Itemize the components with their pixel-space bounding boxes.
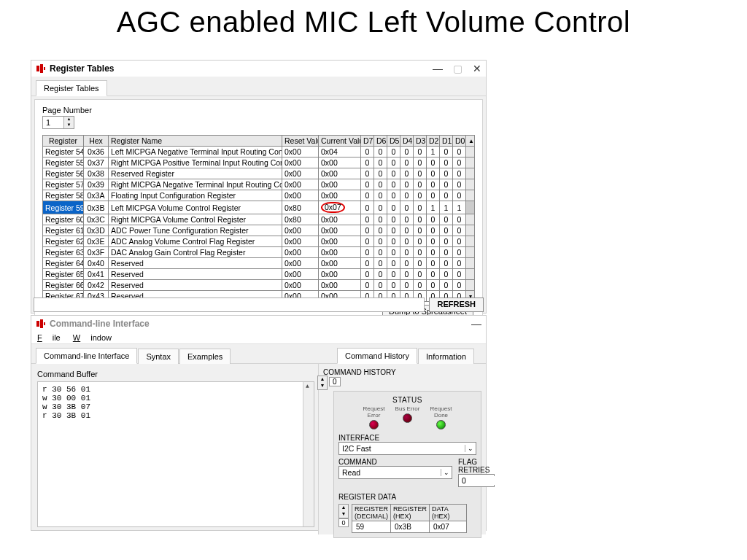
register-data-label: REGISTER DATA [338, 493, 476, 501]
led-request-done-label: Request Done [428, 405, 454, 419]
table-row[interactable]: Register 570x39Right MICPGA Negative Ter… [43, 179, 475, 190]
svg-rect-4 [40, 319, 43, 328]
table-row[interactable]: Register 620x3EADC Analog Volume Control… [43, 236, 475, 247]
table-row[interactable]: Register 650x41Reserved0x000x0000000000 [43, 269, 475, 280]
maximize-button[interactable]: ▢ [453, 63, 462, 74]
minimize-button[interactable]: — [433, 63, 443, 74]
table-row[interactable]: Register 600x3CRight MICPGA Volume Contr… [43, 214, 475, 225]
command-value[interactable] [339, 468, 441, 477]
table-row[interactable]: Register 640x40Reserved0x000x0000000000 [43, 258, 475, 269]
close-button[interactable]: ✕ [473, 63, 481, 74]
right-tabstrip: Command History Information [333, 344, 486, 364]
minimize-button[interactable]: — [471, 318, 481, 330]
command-buffer-label: Command Buffer [37, 370, 318, 378]
window-title: Register Tables [50, 63, 114, 74]
slide-title: AGC enabled MIC Left Volume Control [0, 6, 747, 39]
table-row[interactable]: Register 540x36Left MICPGA Negative Term… [43, 147, 475, 158]
table-row[interactable]: Register 550x37Right MICPGA Positive Ter… [43, 158, 475, 168]
command-buffer-textarea[interactable]: r 30 56 01 w 30 00 01 w 30 3B 07 r 30 3B… [37, 381, 314, 527]
led-bus-error [403, 413, 412, 423]
scroll-up-icon[interactable]: ▲ [466, 136, 475, 147]
refresh-bar: REFRESH [34, 298, 484, 312]
tab-information[interactable]: Information [418, 349, 474, 364]
table-row[interactable]: Register 560x38Reserved Register0x000x00… [43, 168, 475, 179]
table-row[interactable]: Register 590x3BLeft MICPGA Volume Contro… [43, 201, 475, 214]
refresh-input[interactable] [34, 298, 425, 312]
ti-logo-icon [36, 319, 46, 329]
register-data-table: REGISTER (DECIMAL) REGISTER (HEX) DATA (… [352, 504, 467, 533]
ti-logo-icon [36, 63, 46, 74]
menu-window[interactable]: Window [73, 333, 112, 342]
highlighted-value: 0x07 [321, 202, 345, 213]
panel-body: Page Number ▲▼ RegisterHex Register Name… [34, 99, 483, 323]
svg-rect-0 [36, 66, 39, 71]
menubar: File Window [31, 332, 486, 344]
scrollbar[interactable] [303, 382, 314, 526]
menu-file[interactable]: File [37, 333, 61, 342]
led-request-done [436, 420, 446, 429]
svg-rect-2 [44, 67, 45, 70]
chevron-down-icon: ⌄ [465, 445, 476, 452]
history-index-value[interactable]: 0 [329, 377, 341, 386]
table-header-row: RegisterHex Register Name Reset ValueCur… [43, 136, 475, 147]
chevron-down-icon: ⌄ [441, 469, 452, 476]
regdata-hex-input[interactable] [393, 522, 425, 532]
table-row[interactable]: Register 630x3FDAC Analog Gain Control F… [43, 247, 475, 258]
history-index-spinner[interactable]: ▲▼ [317, 376, 328, 390]
interface-value[interactable] [339, 444, 465, 453]
svg-rect-1 [40, 64, 43, 73]
table-row[interactable]: Register 580x3AFloating Input Configurat… [43, 190, 475, 201]
page-number-input[interactable] [43, 117, 63, 128]
titlebar: Register Tables — ▢ ✕ [31, 61, 486, 77]
led-bus-error-label: Bus Error [395, 405, 420, 412]
flag-retries-label: FLAG RETRIES [458, 458, 495, 474]
tab-cli[interactable]: Command-line Interface [36, 348, 137, 364]
table-row[interactable]: Register 660x42Reserved0x000x0000000000 [43, 280, 475, 291]
interface-label: INTERFACE [338, 434, 476, 442]
tab-command-history[interactable]: Command History [337, 348, 417, 364]
register-table[interactable]: RegisterHex Register Name Reset ValueCur… [42, 135, 475, 302]
command-history-label: COMMAND HISTORY [323, 368, 481, 376]
register-tables-window: Register Tables — ▢ ✕ Register Tables Pa… [31, 60, 487, 314]
svg-rect-5 [44, 322, 45, 325]
tabstrip: Register Tables [31, 77, 486, 96]
spinner-arrows[interactable]: ▲▼ [63, 117, 74, 128]
regdata-data-input[interactable] [432, 522, 464, 532]
regdata-index-value[interactable]: 0 [338, 518, 349, 527]
command-label: COMMAND [338, 458, 452, 466]
titlebar: Command-line Interface — [31, 316, 486, 332]
cli-window: Command-line Interface — File Window Com… [31, 315, 487, 531]
svg-rect-3 [36, 321, 39, 327]
page-number-label: Page Number [42, 106, 475, 114]
page-number-spinner[interactable]: ▲▼ [42, 116, 74, 129]
led-request-error [369, 420, 379, 429]
tab-register-tables[interactable]: Register Tables [36, 80, 107, 96]
flag-retries-input[interactable] [458, 474, 495, 487]
tab-examples[interactable]: Examples [179, 349, 231, 364]
table-row[interactable]: Register 610x3DADC Power Tune Configurat… [43, 225, 475, 236]
tab-syntax[interactable]: Syntax [138, 349, 179, 364]
led-request-error-label: Request Error [361, 405, 387, 419]
command-dropdown[interactable]: ⌄ [338, 466, 452, 479]
refresh-button[interactable]: REFRESH [429, 298, 484, 312]
regdata-index-spinner[interactable]: ▲▼ [338, 504, 349, 518]
status-label: STATUS [338, 396, 476, 404]
window-title: Command-line Interface [50, 319, 150, 329]
cli-tabstrip: Command-line Interface Syntax Examples [31, 344, 333, 364]
regdata-decimal-input[interactable] [355, 522, 387, 532]
interface-dropdown[interactable]: ⌄ [338, 442, 476, 455]
